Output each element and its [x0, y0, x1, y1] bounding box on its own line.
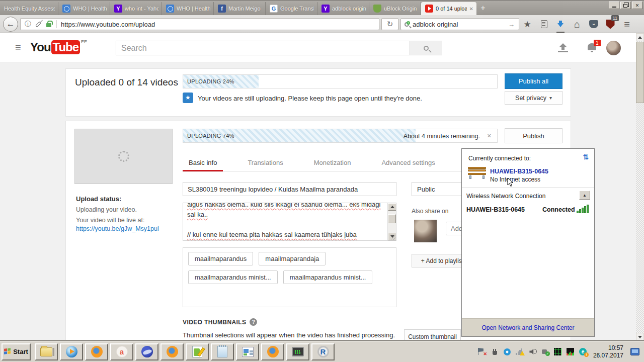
open-network-sharing-center-link[interactable]: Open Network and Sharing Center [481, 324, 574, 331]
safely-remove-usb-icon[interactable] [541, 347, 549, 356]
publish-button[interactable]: Publish [505, 128, 562, 143]
tags-container[interactable]: maailmaparandus maailmaparandaja maailma… [183, 247, 396, 307]
bookmarks-menu-icon[interactable] [539, 19, 549, 29]
taskbar-item-firefox[interactable] [85, 343, 108, 360]
taskbar-item-a-app[interactable]: a [110, 343, 133, 360]
saved-login-key-icon[interactable] [35, 21, 41, 27]
yt-search-button[interactable] [410, 41, 442, 55]
taskbar-item-explorer[interactable] [35, 343, 58, 360]
help-icon[interactable]: ? [250, 318, 257, 326]
menu-hamburger-icon[interactable]: ≡ [622, 19, 632, 29]
taskbar-item-firefox[interactable] [261, 343, 284, 360]
start-button[interactable]: Start [2, 343, 31, 360]
search-go-icon[interactable]: → [508, 21, 515, 28]
browser-tab[interactable]: WHO | Health Equ [58, 2, 110, 15]
youtube-logo[interactable]: You Tube EE [30, 40, 87, 54]
tag-chip[interactable]: maailmaparandus minist... [188, 270, 278, 284]
scroll-up-button[interactable] [636, 33, 644, 41]
refresh-networks-icon[interactable]: ⇄ [582, 154, 590, 160]
yt-search-input[interactable] [116, 41, 410, 55]
minimize-button[interactable] [609, 2, 619, 9]
browser-tab[interactable]: uBlock Origin :: Ad [369, 2, 421, 15]
network-monitor-icon[interactable] [553, 347, 562, 356]
taskbar-item-seamonkey[interactable] [135, 343, 158, 360]
browser-tab[interactable]: f Martin Meigo [214, 2, 266, 15]
browser-search-bar[interactable]: + → [400, 18, 519, 30]
restore-button[interactable] [620, 2, 631, 9]
bookmark-star-icon[interactable]: ★ [522, 19, 532, 29]
tab-strip: Health Equity Assessm WHO | Health Equ Y… [0, 2, 490, 15]
upload-arrow [559, 43, 567, 47]
share-account-thumbnail[interactable] [414, 220, 437, 242]
browser-tab[interactable]: G Google Translate [266, 2, 317, 15]
tab-translations[interactable]: Translations [242, 152, 289, 171]
tab-close-icon[interactable]: ✕ [469, 6, 473, 12]
url-input[interactable] [61, 21, 379, 28]
description-textarea[interactable]: algus hakkas olema.. kuid siis ikkagi ei… [183, 203, 396, 241]
tag-chip[interactable]: maailmaparandus minist... [283, 270, 373, 284]
tab-basic-info[interactable]: Basic info [183, 152, 223, 171]
thumbnails-heading-text: VIDEO THUMBNAILS [183, 319, 246, 326]
video-url-link[interactable]: https://youtu.be/gJw_Msy1pul [76, 225, 159, 232]
page-info-icon[interactable]: ⓘ [25, 20, 31, 29]
pocket-icon[interactable]: ⌄ [589, 19, 599, 29]
tab-advanced-settings[interactable]: Advanced settings [375, 152, 441, 171]
taskbar-item-r[interactable]: R [311, 343, 335, 360]
ublock-toolbar-icon[interactable]: 11 [605, 19, 615, 29]
scroll-down-button[interactable] [636, 333, 644, 341]
search-engine-icon[interactable]: + [405, 22, 409, 27]
taskbar-item-system-monitor[interactable] [286, 343, 309, 360]
publish-all-button[interactable]: Publish all [505, 73, 562, 89]
who-favicon [62, 5, 70, 13]
collapse-section-button[interactable]: ▲ [579, 191, 590, 200]
scroll-up-button[interactable] [388, 203, 396, 211]
tab-title: 0 of 14 upload [436, 6, 467, 12]
set-privacy-button[interactable]: Set privacy ▾ [505, 91, 562, 105]
new-tab-button[interactable]: + [476, 3, 490, 14]
taskbar-item-firefox[interactable] [160, 343, 184, 360]
taskbar-item-image-viewer[interactable] [236, 343, 259, 360]
volume-speaker-icon[interactable] [528, 347, 537, 356]
connected-network-name[interactable]: HUAWEI-B315-0645 [490, 168, 548, 175]
browser-search-input[interactable] [413, 21, 508, 28]
downloads-icon[interactable] [555, 19, 566, 29]
tag-chip[interactable]: maailmaparandus [188, 252, 253, 265]
power-plug-icon[interactable] [491, 347, 499, 356]
browser-tab[interactable]: Y who int - Yahoo S [110, 2, 162, 15]
video-title-input[interactable] [183, 182, 396, 196]
browser-tab[interactable]: WHO | Health Equ [162, 2, 214, 15]
custom-thumbnail-button[interactable]: Custom thumbnail [404, 329, 461, 341]
browser-tab[interactable]: Health Equity Assessm [0, 2, 58, 15]
network-warning-icon[interactable] [516, 347, 524, 356]
url-bar[interactable]: ⓘ [20, 18, 379, 30]
yt-upload-icon[interactable] [557, 43, 569, 52]
taskbar-item-media-player[interactable] [60, 343, 83, 360]
reload-button[interactable]: ↻ [381, 18, 398, 30]
tab-monetization[interactable]: Monetization [308, 152, 357, 171]
taskbar-item-notepad-plus[interactable] [186, 343, 209, 360]
back-button[interactable]: ← [3, 17, 18, 32]
home-icon[interactable]: ⌂ [572, 19, 582, 29]
secure-lock-icon[interactable] [46, 23, 51, 27]
dismiss-icon[interactable]: ✕ [487, 133, 492, 139]
logo-region: EE [81, 39, 87, 44]
action-center-flag-icon[interactable]: ✕ [478, 347, 487, 356]
wifi-network-name[interactable]: HUAWEI-B315-0645 [466, 206, 525, 213]
close-button[interactable]: ✕ [632, 2, 642, 9]
tag-chip[interactable]: maailmaparandaja [259, 252, 326, 265]
arrow-down-icon [638, 336, 642, 338]
scrollbar-thumb[interactable] [388, 214, 396, 223]
taskbar-item-notepad[interactable] [211, 343, 234, 360]
scrollbar-thumb[interactable] [636, 42, 644, 103]
browser-tab-active[interactable]: 0 of 14 upload ✕ [421, 2, 476, 15]
yt-guide-hamburger-icon[interactable]: ≡ [15, 42, 21, 53]
show-desktop-icon[interactable] [629, 347, 640, 356]
traffic-graph-icon[interactable] [566, 347, 575, 356]
account-avatar[interactable] [606, 41, 621, 55]
resize-grip[interactable] [390, 235, 395, 240]
taskbar-clock[interactable]: 10:57 26.07.2017 [593, 344, 623, 359]
blue-disc-icon[interactable] [503, 347, 512, 356]
browser-tab[interactable]: Y adblock original - Y [317, 2, 369, 15]
antivirus-icon[interactable]: e [579, 347, 587, 356]
browser-scrollbar[interactable] [636, 33, 644, 341]
